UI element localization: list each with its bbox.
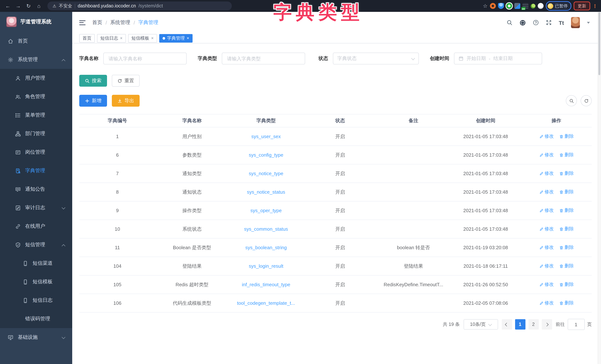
- breadcrumb-item[interactable]: 系统管理: [110, 19, 130, 26]
- dict-name-input[interactable]: [108, 55, 182, 62]
- extension-icon-7[interactable]: [538, 3, 543, 9]
- dict-type-input[interactable]: [226, 55, 301, 62]
- cell-type[interactable]: inf_redis_timeout_type: [229, 282, 304, 287]
- edit-button[interactable]: 修改: [539, 263, 554, 269]
- fullscreen-icon[interactable]: [546, 20, 552, 26]
- close-icon[interactable]: ×: [120, 36, 123, 40]
- edit-button[interactable]: 修改: [539, 133, 554, 140]
- tab-短信模板[interactable]: 短信模板×: [128, 34, 157, 42]
- bookmark-star-icon[interactable]: ☆: [483, 3, 488, 9]
- add-button[interactable]: 新增: [79, 95, 107, 107]
- sidebar-item-post-badge[interactable]: 岗位管理: [0, 143, 72, 162]
- delete-button[interactable]: 删除: [559, 152, 574, 158]
- edit-button[interactable]: 修改: [539, 244, 554, 251]
- delete-button[interactable]: 删除: [559, 263, 574, 269]
- toggle-search-button[interactable]: [566, 95, 577, 106]
- extension-icon-6[interactable]: [531, 3, 535, 8]
- search-icon[interactable]: [507, 20, 512, 26]
- sidebar-item-online-user[interactable]: 在线用户: [0, 217, 72, 235]
- edit-button[interactable]: 修改: [539, 226, 554, 232]
- sidebar-item-infra-monitor[interactable]: 基础设施: [0, 328, 72, 347]
- forward-icon[interactable]: →: [14, 2, 22, 10]
- sidebar-item-gear[interactable]: 系统管理: [0, 50, 72, 69]
- cell-type[interactable]: sys_notice_type: [229, 171, 304, 176]
- cell-type[interactable]: sys_config_type: [229, 152, 304, 158]
- page-button-2[interactable]: 2: [528, 319, 539, 330]
- cell-type[interactable]: sys_boolean_string: [229, 245, 304, 250]
- sidebar-item-dictionary[interactable]: 字典管理: [0, 162, 72, 180]
- edit-button[interactable]: 修改: [539, 189, 554, 195]
- sidebar-item-audit-log[interactable]: 审计日志: [0, 199, 72, 217]
- sidebar-item-menu-list[interactable]: 菜单管理: [0, 106, 72, 124]
- date-range-picker[interactable]: 开始日期 - 结束日期: [454, 53, 542, 64]
- sidebar-item-dept-tree[interactable]: 部门管理: [0, 124, 72, 143]
- help-icon[interactable]: [533, 20, 539, 26]
- delete-button[interactable]: 删除: [559, 226, 574, 232]
- caret-down-icon[interactable]: [587, 22, 590, 23]
- sidebar-item-home[interactable]: 首页: [0, 32, 72, 50]
- export-button[interactable]: 导出: [112, 95, 140, 107]
- delete-button[interactable]: 删除: [559, 189, 574, 195]
- edit-button[interactable]: 修改: [539, 300, 554, 306]
- delete-button[interactable]: 删除: [559, 300, 574, 306]
- prev-page-button[interactable]: [501, 319, 512, 330]
- extension-icon-5[interactable]: on: [522, 3, 528, 9]
- font-size-icon[interactable]: Tt: [559, 20, 564, 26]
- browser-menu-icon[interactable]: ⋮: [592, 5, 597, 7]
- next-page-button[interactable]: [541, 319, 552, 330]
- delete-button[interactable]: 删除: [559, 133, 574, 140]
- tab-短信日志[interactable]: 短信日志×: [97, 34, 126, 42]
- cell-type[interactable]: sys_oper_type: [229, 208, 304, 213]
- edit-button[interactable]: 修改: [539, 170, 554, 177]
- breadcrumb-item[interactable]: 首页: [92, 19, 102, 26]
- close-icon[interactable]: ×: [151, 36, 154, 40]
- status-select[interactable]: 字典状态: [333, 53, 419, 64]
- security-label[interactable]: 不安全: [59, 3, 72, 9]
- delete-button[interactable]: 删除: [559, 207, 574, 214]
- edit-button[interactable]: 修改: [539, 282, 554, 288]
- search-button[interactable]: 搜索: [79, 75, 107, 87]
- update-button[interactable]: 更新: [574, 1, 590, 10]
- cell-type[interactable]: sys_user_sex: [229, 134, 304, 139]
- sidebar-item-phone[interactable]: 短信模板: [0, 273, 72, 291]
- address-bar[interactable]: ⚠ 不安全 dashboard.yudao.iocoder.cn/system/…: [47, 1, 232, 10]
- github-icon[interactable]: [520, 20, 526, 26]
- sidebar-item-announcement[interactable]: 通知公告: [0, 180, 72, 199]
- hamburger-icon[interactable]: [79, 20, 86, 25]
- user-avatar[interactable]: [571, 17, 580, 28]
- tab-字典管理[interactable]: 字典管理×: [159, 34, 192, 42]
- extension-icon-4[interactable]: [514, 3, 520, 9]
- sidebar-item-user[interactable]: 用户管理: [0, 69, 72, 87]
- sidebar-item-phone[interactable]: 短信渠道: [0, 254, 72, 273]
- sidebar-logo[interactable]: 芋道管理系统: [0, 12, 72, 32]
- goto-input[interactable]: [568, 319, 584, 330]
- page-scrollbar[interactable]: [598, 12, 601, 364]
- profile-paused-chip[interactable]: 已暂停: [546, 1, 571, 11]
- delete-button[interactable]: 删除: [559, 170, 574, 177]
- extension-icon-2[interactable]: [498, 3, 504, 9]
- page-size-select[interactable]: 10条/页: [463, 319, 498, 330]
- scrollbar-thumb[interactable]: [598, 12, 600, 75]
- sidebar-item-roles[interactable]: 角色管理: [0, 87, 72, 106]
- cell-type[interactable]: sys_common_status: [229, 226, 304, 232]
- breadcrumb-item[interactable]: 字典管理: [138, 19, 158, 26]
- page-button-1[interactable]: 1: [515, 319, 525, 330]
- reload-icon[interactable]: ↻: [24, 2, 33, 10]
- delete-button[interactable]: 删除: [559, 282, 574, 288]
- extension-icon-3[interactable]: [506, 3, 512, 9]
- extension-icon-1[interactable]: [490, 3, 496, 9]
- sidebar-item-code[interactable]: 错误码管理: [0, 310, 72, 328]
- sidebar-item-sms-shield[interactable]: 短信管理: [0, 235, 72, 254]
- delete-button[interactable]: 删除: [559, 244, 574, 251]
- cell-type[interactable]: sys_notice_status: [229, 189, 304, 195]
- refresh-table-button[interactable]: [581, 95, 592, 106]
- close-icon[interactable]: ×: [187, 36, 189, 40]
- sidebar-item-phone[interactable]: 短信日志: [0, 291, 72, 310]
- home-icon[interactable]: ⌂: [35, 2, 43, 10]
- cell-type[interactable]: sys_login_result: [229, 263, 304, 269]
- reset-button[interactable]: 重置: [112, 75, 140, 87]
- back-icon[interactable]: ←: [4, 2, 12, 10]
- tab-首页[interactable]: 首页: [79, 34, 95, 42]
- edit-button[interactable]: 修改: [539, 152, 554, 158]
- cell-type[interactable]: tool_codegen_template_t...: [229, 300, 304, 306]
